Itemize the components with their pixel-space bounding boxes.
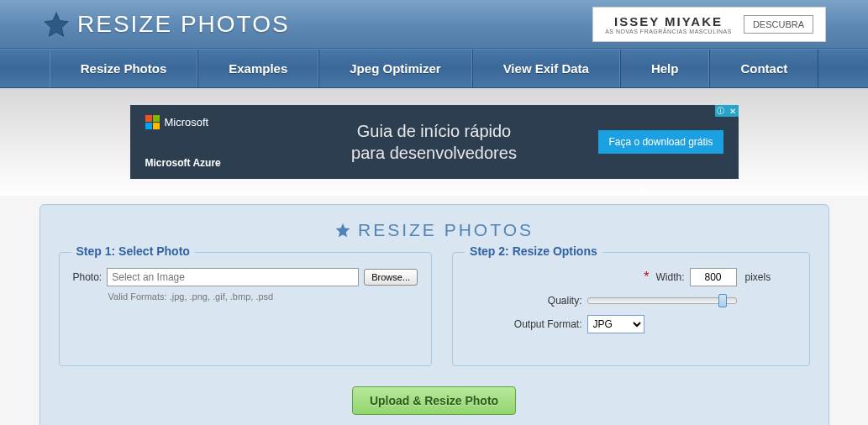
width-label: Width: xyxy=(655,271,684,283)
step1-legend: Step 1: Select Photo xyxy=(71,244,195,258)
main-heading: RESIZE PHOTOS xyxy=(59,220,810,240)
banner-text: Guia de início rápido para desenvolvedor… xyxy=(351,120,517,164)
star-icon xyxy=(42,10,71,39)
slider-thumb[interactable] xyxy=(718,294,727,307)
format-label: Output Format: xyxy=(498,318,582,330)
nav-help[interactable]: Help xyxy=(620,50,710,87)
nav-examples[interactable]: Examples xyxy=(197,50,318,87)
ad-tagline: AS NOVAS FRAGRÂNCIAS MASCULINAS xyxy=(605,29,732,34)
nav-resize-photos[interactable]: Resize Photos xyxy=(50,50,198,87)
logo-area: RESIZE PHOTOS xyxy=(42,10,290,39)
star-icon xyxy=(334,222,351,239)
quality-slider[interactable] xyxy=(587,297,737,304)
ad-close-icon[interactable]: ✕ xyxy=(727,105,739,117)
main-heading-text: RESIZE PHOTOS xyxy=(358,220,534,240)
format-hint: Valid Formats: .jpg, .png, .gif, .bmp, .… xyxy=(108,291,418,302)
upload-resize-button[interactable]: Upload & Resize Photo xyxy=(352,386,516,415)
main-nav: Resize Photos Examples Jpeg Optimizer Vi… xyxy=(0,49,868,88)
quality-label: Quality: xyxy=(498,295,582,307)
azure-label: Microsoft Azure xyxy=(145,157,221,169)
header-ad[interactable]: ISSEY MIYAKE AS NOVAS FRAGRÂNCIAS MASCUL… xyxy=(592,7,826,42)
site-title: RESIZE PHOTOS xyxy=(77,11,290,38)
required-mark: * xyxy=(644,270,649,285)
site-header: RESIZE PHOTOS ISSEY MIYAKE AS NOVAS FRAG… xyxy=(0,0,868,49)
banner-line2: para desenvolvedores xyxy=(351,142,517,164)
main-panel: RESIZE PHOTOS Step 1: Select Photo Photo… xyxy=(39,204,829,425)
step1-panel: Step 1: Select Photo Photo: Browse... Va… xyxy=(59,252,433,366)
banner-cta-button[interactable]: Faça o download grátis xyxy=(598,130,723,154)
step2-panel: Step 2: Resize Options * Width: pixels Q… xyxy=(452,252,809,366)
microsoft-logo: Microsoft xyxy=(145,115,209,129)
ad-cta-button[interactable]: DESCUBRA xyxy=(744,15,813,34)
nav-view-exif[interactable]: View Exif Data xyxy=(472,50,620,87)
ad-brand: ISSEY MIYAKE AS NOVAS FRAGRÂNCIAS MASCUL… xyxy=(605,14,732,34)
width-input[interactable] xyxy=(690,268,737,286)
banner-ad[interactable]: ⓘ ✕ Microsoft Microsoft Azure Guia de in… xyxy=(130,105,739,179)
microsoft-label: Microsoft xyxy=(165,116,209,129)
format-select[interactable]: JPG xyxy=(587,315,644,333)
photo-input[interactable] xyxy=(107,268,359,286)
ad-info-icon[interactable]: ⓘ xyxy=(715,105,727,117)
step2-legend: Step 2: Resize Options xyxy=(465,244,602,258)
nav-jpeg-optimizer[interactable]: Jpeg Optimizer xyxy=(318,50,471,87)
banner-line1: Guia de início rápido xyxy=(351,120,517,142)
width-unit: pixels xyxy=(745,271,796,283)
ad-brand-title: ISSEY MIYAKE xyxy=(614,14,723,29)
browse-button[interactable]: Browse... xyxy=(364,269,418,286)
banner-area: ⓘ ✕ Microsoft Microsoft Azure Guia de in… xyxy=(0,88,868,196)
nav-contact[interactable]: Contact xyxy=(709,50,818,87)
photo-label: Photo: xyxy=(73,271,103,283)
